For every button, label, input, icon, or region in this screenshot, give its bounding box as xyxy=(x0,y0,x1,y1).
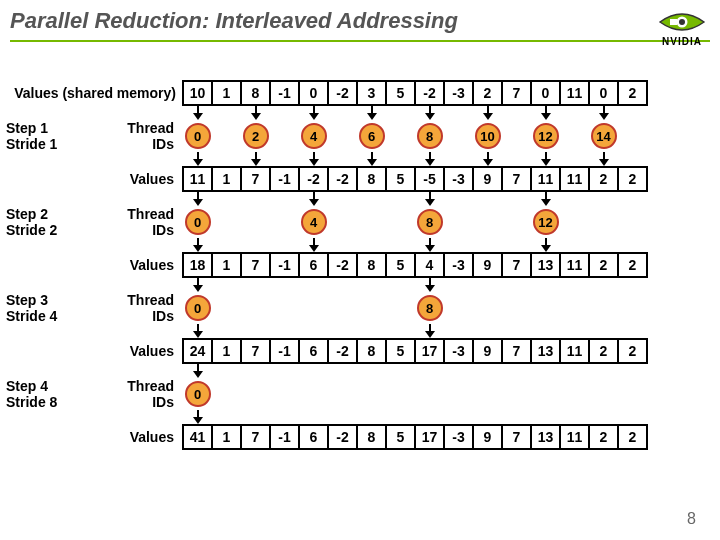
tid-slot xyxy=(327,381,358,407)
arrow-slot xyxy=(443,155,474,167)
tid-slot xyxy=(356,295,387,321)
arrow-slot xyxy=(298,155,329,167)
tid-slot xyxy=(327,209,358,235)
arrow-slot xyxy=(211,109,242,121)
tid-slot: 8 xyxy=(414,295,445,321)
svg-marker-12 xyxy=(425,113,435,120)
tid-slot: 6 xyxy=(356,123,387,149)
value-cell: -3 xyxy=(443,338,474,364)
arrow-slot xyxy=(240,109,271,121)
arrow-slot xyxy=(211,155,242,167)
down-arrow-icon xyxy=(191,152,205,166)
arrow-slot xyxy=(501,155,532,167)
value-cell: 8 xyxy=(356,424,387,450)
page-number: 8 xyxy=(687,510,696,528)
down-arrow-icon xyxy=(307,238,321,252)
arrow-slot xyxy=(559,281,590,293)
arrow-slot xyxy=(269,155,300,167)
svg-marker-36 xyxy=(193,199,203,206)
tid-slot xyxy=(385,209,416,235)
down-arrow-icon xyxy=(307,106,321,120)
tid-slot xyxy=(617,209,648,235)
arrow-slot xyxy=(530,281,561,293)
arrow-slot xyxy=(617,109,648,121)
arrow-slot xyxy=(443,195,474,207)
arrow-slot xyxy=(269,281,300,293)
value-cell: 7 xyxy=(240,166,271,192)
value-cell: 2 xyxy=(472,80,503,106)
arrow-slot xyxy=(472,367,503,379)
down-arrow-icon xyxy=(191,106,205,120)
tid-slot xyxy=(588,381,619,407)
value-cell: -1 xyxy=(269,252,300,278)
down-arrow-icon xyxy=(423,278,437,292)
thread-ids-label: ThreadIDs xyxy=(70,120,182,152)
arrow-slot xyxy=(530,109,561,121)
arrow-slot xyxy=(617,367,648,379)
arrow-slot xyxy=(269,413,300,425)
step-label: Step 1Stride 1 xyxy=(0,120,70,152)
arrow-slot xyxy=(530,413,561,425)
title-underline xyxy=(10,40,710,42)
value-cell: 24 xyxy=(182,338,213,364)
down-arrow-icon xyxy=(423,106,437,120)
tid-slot xyxy=(617,295,648,321)
arrow-slot xyxy=(327,241,358,253)
svg-marker-6 xyxy=(251,113,261,120)
tid-slot: 10 xyxy=(472,123,503,149)
down-arrow-icon xyxy=(597,152,611,166)
values-label: Values xyxy=(70,343,182,359)
value-cell: 0 xyxy=(588,80,619,106)
value-cell: 7 xyxy=(501,166,532,192)
svg-marker-10 xyxy=(367,113,377,120)
arrow-slot xyxy=(211,327,242,339)
svg-marker-40 xyxy=(425,199,435,206)
arrow-slot xyxy=(240,327,271,339)
svg-marker-26 xyxy=(367,159,377,166)
title-bar: Parallel Reduction: Interleaved Addressi… xyxy=(10,8,710,42)
svg-marker-56 xyxy=(193,331,203,338)
value-cell: 11 xyxy=(559,166,590,192)
nvidia-logo-text: NVIDIA xyxy=(658,36,706,47)
arrow-slot xyxy=(472,195,503,207)
value-cell: -3 xyxy=(443,424,474,450)
value-cell: 5 xyxy=(385,166,416,192)
arrow-slot xyxy=(240,413,271,425)
svg-marker-32 xyxy=(541,159,551,166)
arrow-slot xyxy=(385,109,416,121)
arrow-slot xyxy=(182,413,213,425)
arrow-slot xyxy=(617,327,648,339)
value-cell: 7 xyxy=(501,80,532,106)
value-cell: 2 xyxy=(617,166,648,192)
thread-id-badge: 4 xyxy=(301,209,327,235)
arrow-slot xyxy=(617,195,648,207)
value-cell: 0 xyxy=(298,80,329,106)
tid-slot xyxy=(443,209,474,235)
tid-slot xyxy=(211,209,242,235)
arrow-slot xyxy=(472,109,503,121)
arrow-slot xyxy=(559,367,590,379)
arrow-slot xyxy=(298,241,329,253)
tid-slot: 12 xyxy=(530,123,561,149)
tid-slot xyxy=(472,381,503,407)
arrow-slot xyxy=(588,413,619,425)
arrow-slot xyxy=(472,155,503,167)
thread-id-badge: 2 xyxy=(243,123,269,149)
thread-id-badge: 12 xyxy=(533,123,559,149)
thread-id-badge: 10 xyxy=(475,123,501,149)
down-arrow-icon xyxy=(539,238,553,252)
value-cell: -2 xyxy=(327,166,358,192)
value-cell: 7 xyxy=(501,424,532,450)
arrow-slot xyxy=(443,109,474,121)
value-cell: 2 xyxy=(588,338,619,364)
svg-marker-18 xyxy=(599,113,609,120)
svg-marker-28 xyxy=(425,159,435,166)
tid-slot xyxy=(472,295,503,321)
value-cell: 13 xyxy=(530,338,561,364)
step-label: Step 4Stride 8 xyxy=(0,378,70,410)
value-cell: 2 xyxy=(617,424,648,450)
tid-slot xyxy=(240,209,271,235)
value-cell: 1 xyxy=(211,252,242,278)
arrow-slot xyxy=(530,241,561,253)
svg-marker-48 xyxy=(425,245,435,252)
